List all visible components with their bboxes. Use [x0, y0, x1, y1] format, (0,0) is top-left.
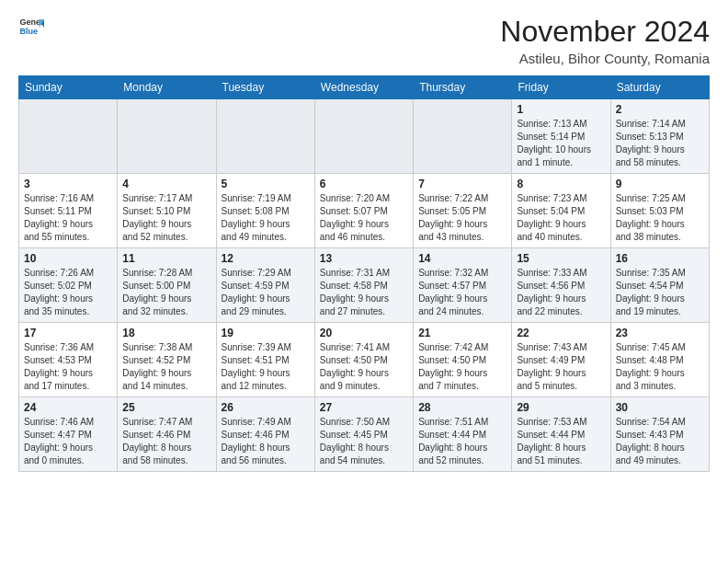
header-friday: Friday: [512, 76, 610, 99]
day-info: Sunrise: 7:36 AM Sunset: 4:53 PM Dayligh…: [24, 341, 112, 393]
day-number: 11: [122, 252, 210, 265]
day-number: 1: [517, 103, 605, 116]
day-info: Sunrise: 7:42 AM Sunset: 4:50 PM Dayligh…: [418, 341, 506, 393]
day-number: 21: [418, 327, 506, 339]
day-number: 26: [222, 401, 310, 414]
calendar-week-row: 1Sunrise: 7:13 AM Sunset: 5:14 PM Daylig…: [19, 99, 710, 174]
table-row: 26Sunrise: 7:49 AM Sunset: 4:46 PM Dayli…: [216, 397, 314, 472]
table-row: 5Sunrise: 7:19 AM Sunset: 5:08 PM Daylig…: [216, 174, 314, 248]
table-row: 17Sunrise: 7:36 AM Sunset: 4:53 PM Dayli…: [19, 323, 118, 397]
day-info: Sunrise: 7:14 AM Sunset: 5:13 PM Dayligh…: [616, 118, 704, 169]
day-number: 25: [122, 401, 210, 414]
day-number: 6: [320, 178, 408, 190]
day-info: Sunrise: 7:53 AM Sunset: 4:44 PM Dayligh…: [517, 416, 605, 467]
table-row: 20Sunrise: 7:41 AM Sunset: 4:50 PM Dayli…: [314, 323, 413, 397]
table-row: 21Sunrise: 7:42 AM Sunset: 4:50 PM Dayli…: [414, 323, 512, 397]
calendar-week-row: 3Sunrise: 7:16 AM Sunset: 5:11 PM Daylig…: [19, 174, 710, 248]
table-row: [19, 99, 118, 174]
day-number: 29: [517, 401, 605, 414]
logo: General Blue: [18, 15, 44, 40]
day-number: 14: [418, 252, 506, 265]
month-title: November 2024: [500, 15, 710, 49]
day-number: 15: [517, 252, 605, 265]
header-wednesday: Wednesday: [314, 76, 413, 99]
table-row: 11Sunrise: 7:28 AM Sunset: 5:00 PM Dayli…: [118, 248, 216, 323]
day-info: Sunrise: 7:19 AM Sunset: 5:08 PM Dayligh…: [222, 192, 310, 244]
day-number: 18: [122, 327, 210, 339]
day-number: 3: [24, 178, 112, 190]
table-row: [414, 99, 512, 174]
day-number: 13: [320, 252, 408, 265]
day-number: 22: [517, 327, 605, 339]
day-info: Sunrise: 7:23 AM Sunset: 5:04 PM Dayligh…: [517, 192, 605, 244]
day-number: 20: [320, 327, 408, 339]
day-info: Sunrise: 7:16 AM Sunset: 5:11 PM Dayligh…: [24, 192, 112, 244]
day-info: Sunrise: 7:22 AM Sunset: 5:05 PM Dayligh…: [418, 192, 506, 244]
table-row: 29Sunrise: 7:53 AM Sunset: 4:44 PM Dayli…: [512, 397, 610, 472]
day-number: 19: [222, 327, 310, 339]
header-tuesday: Tuesday: [216, 76, 314, 99]
day-number: 12: [222, 252, 310, 265]
day-info: Sunrise: 7:39 AM Sunset: 4:51 PM Dayligh…: [222, 341, 310, 393]
table-row: 15Sunrise: 7:33 AM Sunset: 4:56 PM Dayli…: [512, 248, 610, 323]
day-info: Sunrise: 7:25 AM Sunset: 5:03 PM Dayligh…: [616, 192, 704, 244]
table-row: [118, 99, 216, 174]
day-number: 4: [122, 178, 210, 190]
table-row: 22Sunrise: 7:43 AM Sunset: 4:49 PM Dayli…: [512, 323, 610, 397]
day-number: 8: [517, 178, 605, 190]
header-sunday: Sunday: [19, 76, 118, 99]
table-row: 10Sunrise: 7:26 AM Sunset: 5:02 PM Dayli…: [19, 248, 118, 323]
day-info: Sunrise: 7:17 AM Sunset: 5:10 PM Dayligh…: [122, 192, 210, 244]
table-row: 18Sunrise: 7:38 AM Sunset: 4:52 PM Dayli…: [118, 323, 216, 397]
table-row: 3Sunrise: 7:16 AM Sunset: 5:11 PM Daylig…: [19, 174, 118, 248]
day-info: Sunrise: 7:46 AM Sunset: 4:47 PM Dayligh…: [24, 416, 112, 467]
day-info: Sunrise: 7:31 AM Sunset: 4:58 PM Dayligh…: [320, 267, 408, 318]
table-row: 7Sunrise: 7:22 AM Sunset: 5:05 PM Daylig…: [414, 174, 512, 248]
calendar-week-row: 17Sunrise: 7:36 AM Sunset: 4:53 PM Dayli…: [19, 323, 710, 397]
table-row: 30Sunrise: 7:54 AM Sunset: 4:43 PM Dayli…: [610, 397, 709, 472]
day-number: 2: [616, 103, 704, 116]
table-row: 24Sunrise: 7:46 AM Sunset: 4:47 PM Dayli…: [19, 397, 118, 472]
day-number: 23: [616, 327, 704, 339]
day-number: 24: [24, 401, 112, 414]
table-row: 4Sunrise: 7:17 AM Sunset: 5:10 PM Daylig…: [118, 174, 216, 248]
day-info: Sunrise: 7:13 AM Sunset: 5:14 PM Dayligh…: [517, 118, 605, 169]
header-thursday: Thursday: [414, 76, 512, 99]
day-info: Sunrise: 7:51 AM Sunset: 4:44 PM Dayligh…: [418, 416, 506, 467]
table-row: 19Sunrise: 7:39 AM Sunset: 4:51 PM Dayli…: [216, 323, 314, 397]
table-row: 12Sunrise: 7:29 AM Sunset: 4:59 PM Dayli…: [216, 248, 314, 323]
day-info: Sunrise: 7:20 AM Sunset: 5:07 PM Dayligh…: [320, 192, 408, 244]
day-info: Sunrise: 7:28 AM Sunset: 5:00 PM Dayligh…: [122, 267, 210, 318]
table-row: [314, 99, 413, 174]
day-number: 17: [24, 327, 112, 339]
table-row: 8Sunrise: 7:23 AM Sunset: 5:04 PM Daylig…: [512, 174, 610, 248]
table-row: 9Sunrise: 7:25 AM Sunset: 5:03 PM Daylig…: [610, 174, 709, 248]
table-row: 2Sunrise: 7:14 AM Sunset: 5:13 PM Daylig…: [610, 99, 709, 174]
day-info: Sunrise: 7:50 AM Sunset: 4:45 PM Dayligh…: [320, 416, 408, 467]
weekday-header-row: Sunday Monday Tuesday Wednesday Thursday…: [19, 76, 710, 99]
day-number: 9: [616, 178, 704, 190]
table-row: 16Sunrise: 7:35 AM Sunset: 4:54 PM Dayli…: [610, 248, 709, 323]
day-number: 5: [222, 178, 310, 190]
header: General Blue November 2024 Astileu, Biho…: [18, 15, 710, 66]
day-info: Sunrise: 7:49 AM Sunset: 4:46 PM Dayligh…: [222, 416, 310, 467]
location-title: Astileu, Bihor County, Romania: [500, 51, 710, 66]
header-monday: Monday: [118, 76, 216, 99]
table-row: 25Sunrise: 7:47 AM Sunset: 4:46 PM Dayli…: [118, 397, 216, 472]
title-area: November 2024 Astileu, Bihor County, Rom…: [500, 15, 710, 66]
day-info: Sunrise: 7:54 AM Sunset: 4:43 PM Dayligh…: [616, 416, 704, 467]
day-info: Sunrise: 7:45 AM Sunset: 4:48 PM Dayligh…: [616, 341, 704, 393]
day-info: Sunrise: 7:35 AM Sunset: 4:54 PM Dayligh…: [616, 267, 704, 318]
day-number: 10: [24, 252, 112, 265]
day-info: Sunrise: 7:38 AM Sunset: 4:52 PM Dayligh…: [122, 341, 210, 393]
svg-text:Blue: Blue: [19, 27, 38, 36]
calendar-week-row: 10Sunrise: 7:26 AM Sunset: 5:02 PM Dayli…: [19, 248, 710, 323]
day-info: Sunrise: 7:32 AM Sunset: 4:57 PM Dayligh…: [418, 267, 506, 318]
day-info: Sunrise: 7:33 AM Sunset: 4:56 PM Dayligh…: [517, 267, 605, 318]
logo-icon: General Blue: [18, 15, 44, 40]
day-info: Sunrise: 7:47 AM Sunset: 4:46 PM Dayligh…: [122, 416, 210, 467]
day-number: 16: [616, 252, 704, 265]
day-number: 7: [418, 178, 506, 190]
table-row: 23Sunrise: 7:45 AM Sunset: 4:48 PM Dayli…: [610, 323, 709, 397]
page: General Blue November 2024 Astileu, Biho…: [0, 0, 728, 481]
